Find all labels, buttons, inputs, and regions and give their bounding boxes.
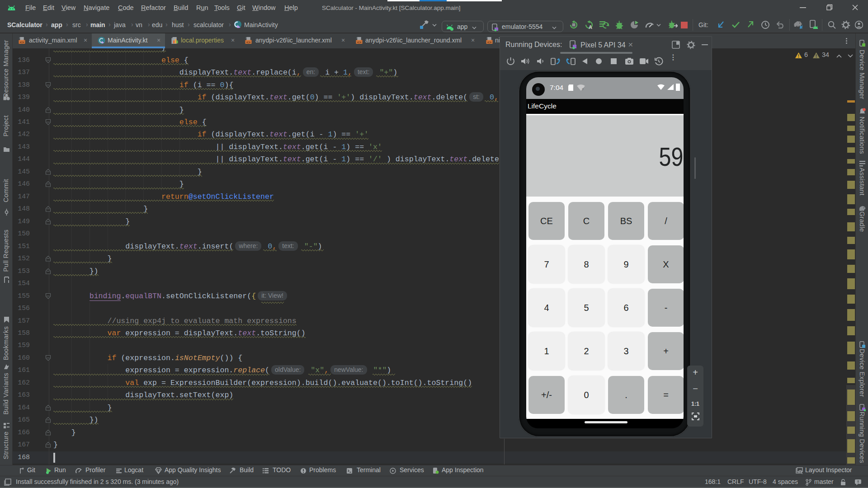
svg-text:<>: <> [246,40,251,44]
svg-text:?: ? [582,88,584,91]
svg-text:<>: <> [357,40,362,44]
svg-text:<>: <> [487,40,492,44]
svg-text:<>: <> [20,40,24,44]
svg-text:A: A [589,24,592,29]
